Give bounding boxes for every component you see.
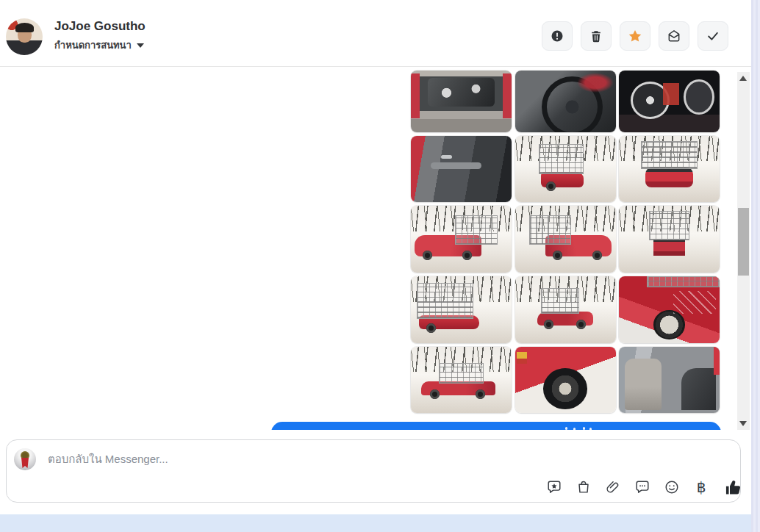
photo-shape — [537, 312, 594, 326]
chevron-down-icon — [137, 43, 144, 48]
thread-scrollbar[interactable] — [737, 72, 750, 430]
flag-follow-up-button[interactable] — [620, 21, 650, 51]
star-icon — [627, 28, 643, 44]
contact-name: JoJoe Gosutho — [54, 19, 146, 34]
photo-thumbnail-truck-side-cage[interactable] — [515, 276, 616, 343]
photo-shape — [541, 288, 579, 314]
photo-thumbnail-truck-rear-cage[interactable] — [515, 136, 616, 202]
photo-shape — [631, 82, 670, 119]
photo-shape — [645, 167, 694, 187]
paperclip-icon — [605, 479, 621, 495]
header-action-bar — [542, 21, 728, 51]
attach-file-button[interactable] — [605, 479, 621, 495]
page-logo-avatar — [14, 448, 36, 470]
photo-attachments-grid — [411, 71, 720, 413]
photo-shape — [543, 368, 587, 409]
comment-star-icon — [546, 479, 562, 495]
photo-thumbnail-truck-front-cage[interactable] — [619, 136, 720, 202]
photo-shape — [641, 141, 698, 169]
scroll-down-arrow-icon[interactable] — [739, 421, 747, 426]
photo-shape — [681, 368, 716, 411]
photo-shape — [647, 276, 720, 287]
envelope-open-icon — [667, 29, 681, 43]
photo-thumbnail-interior-seats[interactable] — [619, 347, 720, 413]
photo-thumbnail-door-panel[interactable] — [411, 136, 512, 202]
photo-shape — [653, 310, 686, 339]
photo-shape — [431, 162, 481, 169]
baht-icon: ฿ — [697, 479, 706, 495]
mark-done-button[interactable] — [698, 21, 728, 51]
emoji-button[interactable] — [664, 479, 680, 495]
comment-dots-icon — [634, 479, 650, 495]
photo-thumbnail-steering-wheel[interactable] — [515, 71, 616, 132]
photo-thumbnail-truck-bed-closeup[interactable] — [619, 276, 720, 343]
photo-shape — [529, 215, 572, 245]
trash-icon — [589, 29, 603, 43]
window-bottom-strip — [0, 514, 760, 532]
conversation-schedule-dropdown[interactable]: กำหนดการสนทนา — [54, 37, 144, 53]
photo-thumbnail-dashboard-gauges[interactable] — [619, 71, 720, 132]
contact-avatar[interactable] — [6, 18, 43, 55]
photo-shape — [517, 352, 527, 364]
photo-shape — [417, 283, 473, 319]
check-icon — [706, 29, 720, 43]
payment-button[interactable]: ฿ — [693, 479, 709, 495]
scroll-up-arrow-icon[interactable] — [739, 76, 747, 81]
photo-thumbnail-truck-front-right[interactable] — [515, 206, 616, 273]
comment-button[interactable] — [634, 479, 650, 495]
photo-shape — [649, 211, 689, 240]
mark-unread-button[interactable] — [659, 21, 689, 51]
photo-thumbnail-truck-rear[interactable] — [619, 206, 720, 273]
conversation-header: JoJoe Gosutho กำหนดการสนทนา — [0, 0, 760, 67]
photo-shape — [625, 359, 661, 410]
saved-replies-button[interactable] — [546, 479, 562, 495]
report-button[interactable] — [542, 21, 573, 51]
reply-toolbar: ฿ — [546, 475, 743, 499]
photo-thumbnail-engine-bay[interactable] — [411, 71, 512, 132]
photo-shape — [441, 155, 452, 159]
delete-button[interactable] — [581, 21, 612, 51]
photo-shape — [684, 79, 714, 115]
photo-shape — [428, 78, 494, 107]
reply-input[interactable]: ตอบกลับใน Messenger... — [48, 450, 518, 468]
photo-thumbnail-truck-rear-left-cage[interactable] — [411, 276, 512, 343]
photo-thumbnail-truck-front-left[interactable] — [411, 206, 512, 273]
conversation-thread — [0, 66, 737, 430]
products-button[interactable] — [576, 479, 592, 495]
exclamation-circle-icon — [550, 29, 564, 43]
scrollbar-thumb[interactable] — [738, 208, 749, 276]
photo-shape — [577, 73, 613, 93]
thumbs-up-icon — [723, 478, 743, 497]
photo-shape — [439, 363, 483, 384]
photo-thumbnail-front-wheel-closeup[interactable] — [515, 347, 616, 413]
like-button[interactable] — [723, 477, 743, 497]
reply-box: ตอบกลับใน Messenger... — [6, 439, 741, 503]
photo-shape — [653, 239, 686, 256]
smiley-icon — [664, 479, 680, 495]
cta-bubble-button[interactable] — [271, 422, 721, 430]
photo-thumbnail-truck-side-profile[interactable] — [411, 347, 512, 413]
photo-shape — [455, 215, 498, 245]
photo-shape — [539, 144, 583, 174]
shopping-bag-icon — [576, 479, 592, 495]
conversation-schedule-label: กำหนดการสนทนา — [54, 37, 132, 53]
window-edge-strip — [751, 0, 760, 532]
